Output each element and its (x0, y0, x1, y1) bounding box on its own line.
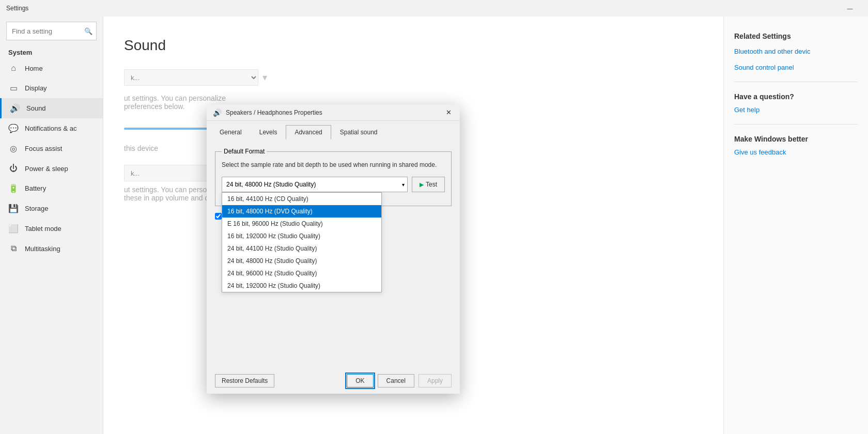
tab-levels[interactable]: Levels (251, 125, 286, 140)
system-label: System (0, 44, 103, 58)
format-select-wrapper: 24 bit, 48000 Hz (Studio Quality) ▾ 16 b… (222, 177, 408, 192)
display-icon: ▭ (8, 83, 19, 93)
dropdown-option-7[interactable]: 24 bit, 192000 Hz (Studio Quality) (222, 280, 381, 292)
dropdown-option-6[interactable]: 24 bit, 96000 Hz (Studio Quality) (222, 267, 381, 280)
sound-icon: 🔊 (10, 103, 20, 113)
dropdown-option-4[interactable]: 24 bit, 44100 Hz (Studio Quality) (222, 242, 381, 255)
modal-tabs: General Levels Advanced Spatial sound (207, 121, 460, 140)
selected-format-text: 24 bit, 48000 Hz (Studio Quality) (226, 181, 316, 188)
format-dropdown-list: 16 bit, 44100 Hz (CD Quality) 16 bit, 48… (222, 192, 382, 292)
sidebar-item-label: Tablet mode (25, 225, 61, 233)
app-title: Settings (6, 5, 838, 12)
sidebar-item-label: Sound (26, 104, 46, 112)
minimize-button[interactable]: — (838, 0, 862, 17)
window-controls: — (838, 0, 862, 17)
sidebar-item-label: Storage (25, 205, 49, 212)
make-better-title: Make Windows better (734, 135, 858, 143)
sound-panel-link[interactable]: Sound control panel (734, 64, 858, 71)
dropdown-option-1[interactable]: 16 bit, 48000 Hz (DVD Quality) (222, 205, 381, 218)
modal-icon: 🔊 (213, 109, 222, 117)
related-settings-title: Related Settings (734, 32, 858, 40)
modal-title: Speakers / Headphones Properties (226, 109, 437, 116)
ok-button[interactable]: OK (347, 374, 373, 388)
sidebar-item-label: Battery (25, 184, 46, 192)
sidebar-item-home[interactable]: ⌂ Home (0, 58, 103, 78)
get-help-link[interactable]: Get help (734, 106, 858, 114)
sidebar-item-label: Focus assist (25, 145, 62, 152)
tab-general[interactable]: General (211, 125, 251, 140)
titlebar: Settings — (0, 0, 868, 17)
modal-titlebar: 🔊 Speakers / Headphones Properties ✕ (207, 104, 460, 121)
modal-description: Select the sample rate and bit depth to … (222, 160, 445, 169)
question-title: Have a question? (734, 92, 858, 101)
dropdown-option-2[interactable]: E 16 bit, 96000 Hz (Studio Quality) (222, 218, 381, 230)
app-container: 🔍 System ⌂ Home ▭ Display 🔊 Sound 💬 Noti… (0, 17, 868, 434)
focus-icon: ◎ (8, 144, 19, 153)
exclusive-checkbox-1[interactable] (215, 213, 222, 220)
cancel-button[interactable]: Cancel (378, 374, 414, 388)
tab-advanced[interactable]: Advanced (286, 125, 331, 140)
dropdown-option-0[interactable]: 16 bit, 44100 Hz (CD Quality) (222, 193, 381, 205)
properties-modal: 🔊 Speakers / Headphones Properties ✕ Gen… (207, 104, 460, 394)
sidebar-item-label: Power & sleep (25, 165, 68, 173)
sidebar-item-power[interactable]: ⏻ Power & sleep (0, 159, 103, 178)
tablet-icon: ⬜ (8, 224, 19, 234)
page-title: Sound (124, 37, 703, 54)
feedback-link[interactable]: Give us feedback (734, 148, 858, 156)
tab-spatial[interactable]: Spatial sound (331, 125, 386, 140)
restore-defaults-button[interactable]: Restore Defaults (215, 374, 274, 388)
sidebar-item-display[interactable]: ▭ Display (0, 78, 103, 98)
sidebar-item-sound[interactable]: 🔊 Sound (0, 98, 103, 118)
storage-icon: 💾 (8, 204, 19, 213)
content-area: Sound k... ▾ ut settings. You can person… (103, 17, 723, 434)
sidebar-item-tablet[interactable]: ⬜ Tablet mode (0, 219, 103, 239)
device-dropdown-arrow[interactable]: ▾ (262, 72, 267, 83)
sidebar-item-storage[interactable]: 💾 Storage (0, 198, 103, 219)
notifications-icon: 💬 (8, 123, 19, 133)
test-button[interactable]: ▶ Test (412, 177, 445, 192)
sidebar-item-battery[interactable]: 🔋 Battery (0, 178, 103, 198)
format-row: 24 bit, 48000 Hz (Studio Quality) ▾ 16 b… (222, 177, 445, 192)
test-btn-label: Test (426, 181, 437, 188)
device-select[interactable]: k... (124, 69, 258, 86)
format-select-container: 24 bit, 48000 Hz (Studio Quality) ▾ 16 b… (222, 177, 408, 192)
sidebar-item-multitasking[interactable]: ⧉ Multitasking (0, 239, 103, 258)
battery-icon: 🔋 (8, 183, 19, 193)
right-panel: Related Settings Bluetooth and other dev… (723, 17, 868, 434)
modal-content: Default Format Select the sample rate an… (207, 140, 460, 368)
sidebar-item-label: Display (25, 84, 47, 92)
dropdown-option-3[interactable]: 16 bit, 192000 Hz (Studio Quality) (222, 230, 381, 242)
format-select-display[interactable]: 24 bit, 48000 Hz (Studio Quality) (222, 177, 408, 192)
section-title: Default Format (222, 148, 267, 155)
sidebar-item-label: Multitasking (25, 245, 60, 253)
search-container: 🔍 (6, 22, 97, 40)
modal-footer: Restore Defaults OK Cancel Apply (207, 368, 460, 394)
search-input[interactable] (6, 22, 97, 40)
sidebar-item-label: Home (25, 65, 43, 72)
play-icon: ▶ (420, 181, 424, 188)
home-icon: ⌂ (8, 64, 19, 73)
power-icon: ⏻ (8, 164, 19, 173)
multitasking-icon: ⧉ (8, 244, 19, 253)
divider-1 (734, 82, 858, 82)
search-icon: 🔍 (84, 27, 92, 35)
sidebar-item-label: Notifications & ac (25, 125, 76, 132)
bluetooth-link[interactable]: Bluetooth and other devic (734, 48, 858, 55)
apply-button[interactable]: Apply (419, 374, 452, 388)
sidebar: 🔍 System ⌂ Home ▭ Display 🔊 Sound 💬 Noti… (0, 17, 103, 434)
sidebar-item-focus[interactable]: ◎ Focus assist (0, 138, 103, 159)
dropdown-option-5[interactable]: 24 bit, 48000 Hz (Studio Quality) (222, 255, 381, 267)
sidebar-item-notifications[interactable]: 💬 Notifications & ac (0, 118, 103, 138)
modal-close-button[interactable]: ✕ (441, 107, 456, 118)
divider-2 (734, 124, 858, 125)
